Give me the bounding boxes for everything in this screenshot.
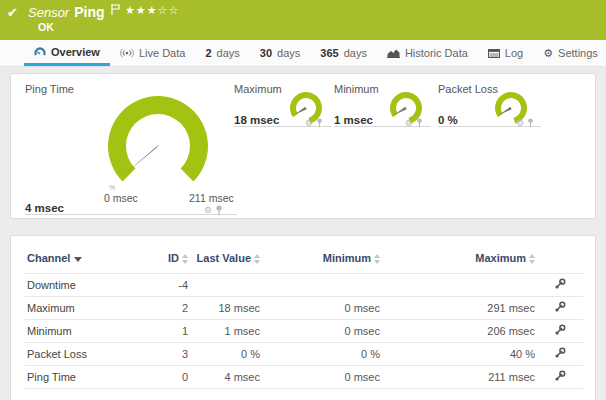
column-header-actions: [537, 248, 583, 274]
table-row-packet-loss: Packet Loss 3 0 % 0 % 40 %: [25, 343, 583, 366]
channel-name[interactable]: Downtime: [25, 274, 140, 297]
tab-overview-label: Overview: [51, 46, 100, 58]
tab-2-days-word: days: [217, 47, 240, 59]
minimum-gauge-actions: ⚙: [405, 118, 423, 128]
gauges-panel: Ping Time % 0 msec 211 msec 4 msec ⚙ Max…: [10, 73, 596, 219]
channel-last-value: 4 msec: [190, 366, 262, 389]
tab-2-days-number: 2: [205, 47, 211, 59]
sort-icon: [529, 254, 535, 264]
table-row-ping-time: Ping Time 0 4 msec 0 msec 211 msec: [25, 366, 583, 389]
tab-historic-data[interactable]: Historic Data: [377, 40, 478, 66]
tab-365-days-word: days: [344, 47, 367, 59]
channel-id: -4: [140, 274, 190, 297]
column-header-last-value[interactable]: Last Value: [190, 248, 262, 274]
channel-settings-icon[interactable]: [537, 274, 583, 297]
table-row-minimum: Minimum 1 1 msec 0 msec 206 msec: [25, 320, 583, 343]
sort-icon: [374, 254, 380, 264]
channel-minimum: 0 %: [262, 343, 382, 366]
priority-stars[interactable]: ★★★☆☆: [125, 4, 179, 17]
channel-id: 2: [140, 297, 190, 320]
channel-last-value: 0 %: [190, 343, 262, 366]
mini-gauge-minimum-label: Minimum: [334, 83, 379, 95]
sensor-name[interactable]: Ping: [74, 4, 104, 20]
table-header-row: Channel ID Last Value Minimum Maximum: [25, 248, 583, 274]
historic-data-chart-icon: [387, 48, 400, 58]
main-gauge-actions: ⚙: [204, 205, 223, 216]
sensor-title: SensorPing: [28, 4, 120, 20]
tab-live-data-label: Live Data: [139, 47, 185, 59]
gauge-settings-gear-icon[interactable]: ⚙: [516, 119, 524, 128]
sort-icon: [254, 254, 260, 264]
flag-icon[interactable]: [109, 6, 121, 17]
sort-desc-icon: [74, 257, 82, 262]
channel-last-value: [190, 274, 262, 297]
status-text: OK: [38, 21, 54, 33]
main-gauge-label: Ping Time: [25, 83, 74, 95]
log-list-icon: [488, 49, 500, 58]
gauge-pin-icon[interactable]: [316, 118, 323, 128]
tab-log[interactable]: Log: [478, 40, 533, 66]
tab-live-data[interactable]: Live Data: [110, 40, 195, 66]
tab-2-days[interactable]: 2 days: [195, 40, 249, 66]
channel-minimum: 0 msec: [262, 297, 382, 320]
channel-id: 0: [140, 366, 190, 389]
gauge-pin-icon[interactable]: [215, 205, 223, 216]
tab-bar: Overview Live Data 2 days 30 days 365 da…: [0, 40, 606, 67]
channels-table: Channel ID Last Value Minimum Maximum Do…: [25, 248, 583, 389]
tab-settings-label: Settings: [558, 47, 598, 59]
channel-name[interactable]: Maximum: [25, 297, 140, 320]
tab-365-days[interactable]: 365 days: [310, 40, 377, 66]
channel-maximum: 206 msec: [382, 320, 537, 343]
gauge-settings-gear-icon[interactable]: ⚙: [305, 119, 313, 128]
channel-settings-icon[interactable]: [537, 320, 583, 343]
maximum-gauge-actions: ⚙: [305, 118, 323, 128]
mini-gauge-maximum-label: Maximum: [234, 83, 282, 95]
tab-historic-data-label: Historic Data: [405, 47, 468, 59]
channel-id: 1: [140, 320, 190, 343]
table-row-maximum: Maximum 2 18 msec 0 msec 291 msec: [25, 297, 583, 320]
column-header-maximum[interactable]: Maximum: [382, 248, 537, 274]
status-ok-check-icon: ✔: [7, 5, 18, 20]
channel-minimum: 0 msec: [262, 366, 382, 389]
settings-gear-icon: ⚙: [543, 48, 553, 59]
channel-last-value: 1 msec: [190, 320, 262, 343]
channel-minimum: 0 msec: [262, 320, 382, 343]
gauge-scale-icon: %: [109, 184, 115, 191]
column-header-minimum[interactable]: Minimum: [262, 248, 382, 274]
table-row-downtime: Downtime -4: [25, 274, 583, 297]
gauge-settings-gear-icon[interactable]: ⚙: [204, 206, 212, 215]
mini-gauge-packet-loss-label: Packet Loss: [438, 83, 498, 95]
channel-name[interactable]: Packet Loss: [25, 343, 140, 366]
gauge-pin-icon[interactable]: [416, 118, 423, 128]
channel-name[interactable]: Ping Time: [25, 366, 140, 389]
channel-last-value: 18 msec: [190, 297, 262, 320]
overview-gauge-icon: [34, 46, 46, 57]
gauge-settings-gear-icon[interactable]: ⚙: [405, 119, 413, 128]
sensor-status-header: ✔ SensorPing ★★★☆☆ OK: [0, 0, 606, 40]
tab-30-days[interactable]: 30 days: [250, 40, 311, 66]
packet-loss-gauge-actions: ⚙: [516, 118, 534, 128]
channel-id: 3: [140, 343, 190, 366]
column-header-channel[interactable]: Channel: [25, 248, 140, 274]
column-header-id[interactable]: ID: [140, 248, 190, 274]
channel-name[interactable]: Minimum: [25, 320, 140, 343]
live-data-icon: [120, 48, 134, 58]
tab-overview[interactable]: Overview: [24, 40, 110, 66]
channel-maximum: 40 %: [382, 343, 537, 366]
tab-30-days-word: days: [277, 47, 300, 59]
channel-maximum: [382, 274, 537, 297]
tab-log-label: Log: [505, 47, 523, 59]
channels-panel: Channel ID Last Value Minimum Maximum Do…: [10, 235, 596, 400]
tab-30-days-number: 30: [260, 47, 272, 59]
channel-settings-icon[interactable]: [537, 297, 583, 320]
gauge-pin-icon[interactable]: [527, 118, 534, 128]
sensor-type-label: Sensor: [28, 5, 69, 20]
tab-365-days-number: 365: [320, 47, 338, 59]
channel-settings-icon[interactable]: [537, 366, 583, 389]
channel-maximum: 291 msec: [382, 297, 537, 320]
channel-minimum: [262, 274, 382, 297]
channel-maximum: 211 msec: [382, 366, 537, 389]
sort-icon: [182, 254, 188, 264]
tab-settings[interactable]: ⚙ Settings: [533, 40, 606, 66]
channel-settings-icon[interactable]: [537, 343, 583, 366]
